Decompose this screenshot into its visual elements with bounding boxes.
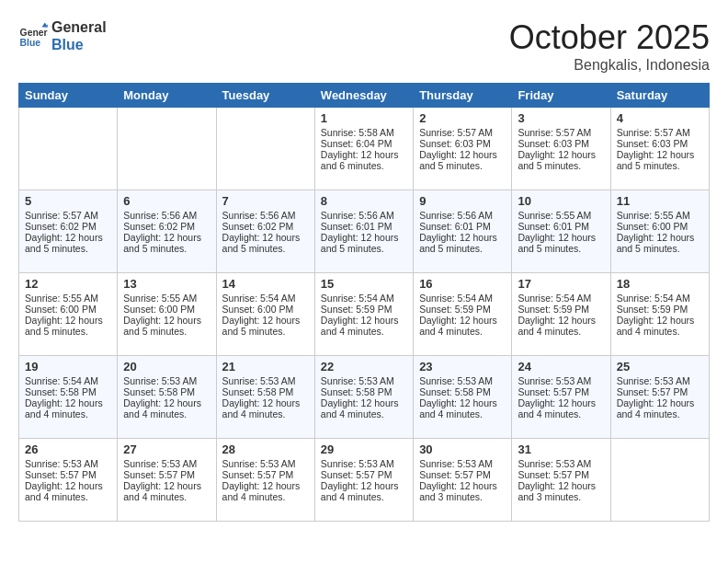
day-number: 3	[518, 111, 604, 125]
calendar-cell: 2Sunrise: 5:57 AMSunset: 6:03 PMDaylight…	[414, 108, 512, 190]
calendar-cell: 10Sunrise: 5:55 AMSunset: 6:01 PMDayligh…	[512, 190, 610, 273]
sunrise-text: Sunrise: 5:55 AM	[518, 210, 604, 221]
sunrise-text: Sunrise: 5:53 AM	[123, 375, 210, 386]
daylight-text: Daylight: 12 hours and 5 minutes.	[123, 232, 210, 254]
day-number: 11	[617, 194, 703, 208]
daylight-text: Daylight: 12 hours and 5 minutes.	[25, 315, 111, 337]
weekday-header-sunday: Sunday	[19, 84, 118, 108]
sunrise-text: Sunrise: 5:56 AM	[321, 210, 407, 221]
sunrise-text: Sunrise: 5:56 AM	[419, 210, 506, 221]
sunrise-text: Sunrise: 5:53 AM	[419, 375, 506, 386]
daylight-text: Daylight: 12 hours and 5 minutes.	[518, 232, 604, 254]
logo-general: General	[51, 18, 107, 36]
day-number: 6	[123, 194, 210, 208]
calendar-cell: 17Sunrise: 5:54 AMSunset: 5:59 PMDayligh…	[512, 273, 610, 356]
sunset-text: Sunset: 6:02 PM	[25, 221, 111, 232]
day-number: 22	[321, 360, 407, 373]
calendar-cell	[118, 108, 216, 190]
sunset-text: Sunset: 5:59 PM	[419, 304, 506, 315]
calendar-cell: 6Sunrise: 5:56 AMSunset: 6:02 PMDaylight…	[118, 190, 216, 273]
sunset-text: Sunset: 6:00 PM	[617, 221, 703, 232]
calendar-week-1: 1Sunrise: 5:58 AMSunset: 6:04 PMDaylight…	[19, 108, 710, 190]
daylight-text: Daylight: 12 hours and 4 minutes.	[419, 315, 506, 337]
sunrise-text: Sunrise: 5:53 AM	[419, 458, 506, 469]
daylight-text: Daylight: 12 hours and 5 minutes.	[222, 232, 309, 254]
sunrise-text: Sunrise: 5:54 AM	[518, 293, 604, 304]
sunrise-text: Sunrise: 5:58 AM	[321, 127, 407, 138]
day-number: 14	[222, 277, 309, 291]
sunrise-text: Sunrise: 5:55 AM	[617, 210, 703, 221]
daylight-text: Daylight: 12 hours and 5 minutes.	[518, 149, 604, 171]
sunrise-text: Sunrise: 5:53 AM	[222, 375, 309, 386]
calendar-cell: 28Sunrise: 5:53 AMSunset: 5:57 PMDayligh…	[216, 439, 314, 522]
daylight-text: Daylight: 12 hours and 4 minutes.	[518, 315, 604, 337]
calendar-week-5: 26Sunrise: 5:53 AMSunset: 5:57 PMDayligh…	[19, 439, 710, 522]
day-number: 16	[419, 277, 506, 291]
day-number: 8	[321, 194, 407, 208]
day-number: 21	[222, 360, 309, 373]
daylight-text: Daylight: 12 hours and 3 minutes.	[419, 480, 506, 502]
sunrise-text: Sunrise: 5:54 AM	[419, 293, 506, 304]
sunrise-text: Sunrise: 5:53 AM	[518, 375, 604, 386]
daylight-text: Daylight: 12 hours and 5 minutes.	[123, 315, 210, 337]
daylight-text: Daylight: 12 hours and 4 minutes.	[321, 315, 407, 337]
day-number: 31	[518, 442, 604, 456]
sunrise-text: Sunrise: 5:56 AM	[123, 210, 210, 221]
sunset-text: Sunset: 5:57 PM	[123, 469, 210, 480]
day-number: 4	[617, 111, 703, 125]
sunset-text: Sunset: 5:58 PM	[222, 386, 309, 397]
calendar-cell: 18Sunrise: 5:54 AMSunset: 5:59 PMDayligh…	[610, 273, 709, 356]
weekday-header-row: SundayMondayTuesdayWednesdayThursdayFrid…	[19, 84, 710, 108]
calendar-cell: 14Sunrise: 5:54 AMSunset: 6:00 PMDayligh…	[216, 273, 314, 356]
sunset-text: Sunset: 5:59 PM	[321, 304, 407, 315]
calendar-cell: 13Sunrise: 5:55 AMSunset: 6:00 PMDayligh…	[118, 273, 216, 356]
sunset-text: Sunset: 5:57 PM	[419, 469, 506, 480]
daylight-text: Daylight: 12 hours and 4 minutes.	[518, 397, 604, 419]
calendar-cell: 24Sunrise: 5:53 AMSunset: 5:57 PMDayligh…	[512, 356, 610, 439]
day-number: 7	[222, 194, 309, 208]
day-number: 27	[123, 442, 210, 456]
day-number: 20	[123, 360, 210, 373]
sunset-text: Sunset: 5:57 PM	[321, 469, 407, 480]
sunrise-text: Sunrise: 5:56 AM	[222, 210, 309, 221]
logo-blue: Blue	[51, 36, 107, 53]
sunset-text: Sunset: 5:59 PM	[617, 304, 703, 315]
day-number: 5	[25, 194, 111, 208]
calendar-week-2: 5Sunrise: 5:57 AMSunset: 6:02 PMDaylight…	[19, 190, 710, 273]
calendar-cell	[610, 439, 709, 522]
daylight-text: Daylight: 12 hours and 5 minutes.	[617, 149, 703, 171]
page-header: General Blue General Blue October 2025 B…	[18, 18, 710, 74]
sunset-text: Sunset: 5:58 PM	[419, 386, 506, 397]
calendar-table: SundayMondayTuesdayWednesdayThursdayFrid…	[18, 83, 710, 522]
sunrise-text: Sunrise: 5:53 AM	[321, 458, 407, 469]
sunrise-text: Sunrise: 5:53 AM	[321, 375, 407, 386]
day-number: 23	[419, 360, 506, 373]
calendar-cell: 29Sunrise: 5:53 AMSunset: 5:57 PMDayligh…	[314, 439, 413, 522]
calendar-cell: 19Sunrise: 5:54 AMSunset: 5:58 PMDayligh…	[19, 356, 118, 439]
calendar-cell: 11Sunrise: 5:55 AMSunset: 6:00 PMDayligh…	[610, 190, 709, 273]
sunrise-text: Sunrise: 5:54 AM	[321, 293, 407, 304]
sunrise-text: Sunrise: 5:57 AM	[518, 127, 604, 138]
daylight-text: Daylight: 12 hours and 4 minutes.	[419, 397, 506, 419]
sunset-text: Sunset: 5:58 PM	[321, 386, 407, 397]
day-number: 10	[518, 194, 604, 208]
calendar-cell: 8Sunrise: 5:56 AMSunset: 6:01 PMDaylight…	[314, 190, 413, 273]
sunrise-text: Sunrise: 5:53 AM	[222, 458, 309, 469]
calendar-cell: 7Sunrise: 5:56 AMSunset: 6:02 PMDaylight…	[216, 190, 314, 273]
calendar-cell	[19, 108, 118, 190]
sunset-text: Sunset: 5:59 PM	[518, 304, 604, 315]
sunrise-text: Sunrise: 5:55 AM	[25, 293, 111, 304]
daylight-text: Daylight: 12 hours and 4 minutes.	[123, 480, 210, 502]
sunset-text: Sunset: 6:00 PM	[123, 304, 210, 315]
sunrise-text: Sunrise: 5:57 AM	[419, 127, 506, 138]
daylight-text: Daylight: 12 hours and 5 minutes.	[617, 232, 703, 254]
calendar-cell: 3Sunrise: 5:57 AMSunset: 6:03 PMDaylight…	[512, 108, 610, 190]
calendar-cell: 16Sunrise: 5:54 AMSunset: 5:59 PMDayligh…	[414, 273, 512, 356]
day-number: 24	[518, 360, 604, 373]
day-number: 25	[617, 360, 703, 373]
daylight-text: Daylight: 12 hours and 4 minutes.	[123, 397, 210, 419]
sunset-text: Sunset: 6:04 PM	[321, 138, 407, 149]
calendar-cell: 27Sunrise: 5:53 AMSunset: 5:57 PMDayligh…	[118, 439, 216, 522]
logo-icon: General Blue	[18, 21, 48, 51]
sunset-text: Sunset: 6:00 PM	[25, 304, 111, 315]
